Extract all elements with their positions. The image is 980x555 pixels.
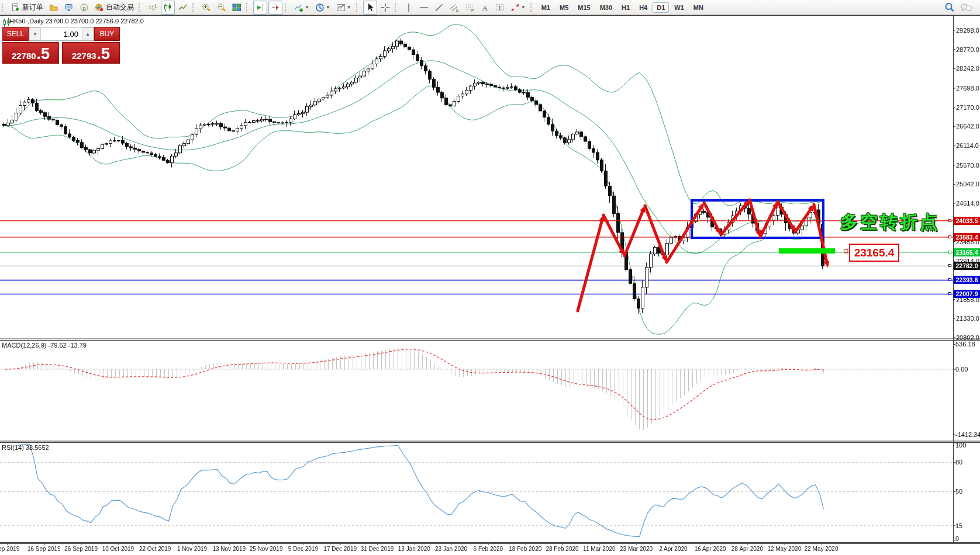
periods-button[interactable]: ▼ bbox=[313, 1, 333, 15]
date-axis-label: 31 Dec 2019 bbox=[361, 546, 394, 552]
toolbar-grip[interactable] bbox=[2, 3, 6, 12]
vertical-line-button[interactable] bbox=[402, 1, 416, 15]
toolbar-group bbox=[137, 0, 191, 15]
price-callout-label[interactable]: 23165.4 bbox=[849, 244, 899, 262]
price-axis-tick: 25042.0 bbox=[956, 181, 979, 188]
buy-button[interactable]: BUY bbox=[94, 27, 120, 41]
date-axis-label: 13 Jan 2020 bbox=[398, 546, 430, 552]
timeframe-button-mn[interactable]: MN bbox=[689, 2, 708, 13]
line-anchor-marker[interactable] bbox=[948, 292, 951, 295]
sell-price-frac: .5 bbox=[37, 46, 50, 62]
periods-dropdown-arrow-icon[interactable]: ▼ bbox=[326, 5, 330, 10]
zoom-out-button[interactable] bbox=[215, 1, 229, 15]
tile-windows-button[interactable] bbox=[230, 1, 244, 15]
buy-price-display[interactable]: 22793 .5 bbox=[62, 42, 120, 64]
volume-decrease-button[interactable]: ▼ bbox=[29, 27, 41, 40]
profiles-button[interactable] bbox=[47, 1, 61, 15]
timeframe-button-w1[interactable]: W1 bbox=[670, 2, 688, 13]
templates-button[interactable]: ▼ bbox=[334, 1, 354, 15]
cursor-button[interactable] bbox=[363, 1, 377, 15]
timeframe-button-m1[interactable]: M1 bbox=[537, 2, 554, 13]
price-axis-tick: 20802.0 bbox=[956, 334, 979, 341]
chart-shift-button[interactable] bbox=[268, 1, 282, 15]
arrows-dropdown-arrow-icon[interactable]: ▼ bbox=[521, 5, 526, 10]
new-order-icon bbox=[11, 3, 20, 12]
tile-windows-icon bbox=[232, 3, 241, 12]
auto-trading-button[interactable]: 自动交易 bbox=[92, 1, 136, 15]
timeframe-button-m15[interactable]: M15 bbox=[574, 2, 594, 13]
date-axis-label: 1 Nov 2019 bbox=[177, 546, 207, 552]
toolbar-right-icons bbox=[941, 0, 975, 15]
horizontal-line-button[interactable] bbox=[417, 1, 431, 15]
date-axis-label: 12 May 2020 bbox=[767, 546, 801, 552]
chat-button[interactable] bbox=[958, 1, 975, 15]
macd-axis-tick: 0.00 bbox=[955, 366, 968, 373]
svg-text:F: F bbox=[471, 8, 474, 12]
text-icon: A bbox=[480, 3, 489, 12]
main-toolbar: 新订单p自动交易▼▼▼EFAT▼M1M5M15M30H1H4D1W1MN bbox=[0, 0, 980, 15]
fibonacci-button[interactable]: F bbox=[463, 1, 477, 15]
timeframe-button-d1[interactable]: D1 bbox=[653, 2, 669, 13]
price-badge-23583.4: 23583.4 bbox=[954, 233, 980, 241]
indicators-button[interactable]: ▼ bbox=[292, 1, 312, 15]
rsi-axis-tick: 100 bbox=[955, 442, 966, 449]
timeframe-button-h1[interactable]: H1 bbox=[617, 2, 634, 13]
line-anchor-marker[interactable] bbox=[948, 235, 951, 238]
svg-text:p: p bbox=[83, 5, 86, 11]
horizontal-line-icon bbox=[419, 3, 429, 12]
candlestick-chart-button[interactable] bbox=[161, 1, 175, 15]
text-button[interactable]: A bbox=[478, 1, 492, 15]
price-badge-24033.5: 24033.5 bbox=[954, 217, 980, 225]
toolbar-grip[interactable] bbox=[285, 3, 289, 12]
arrows-button[interactable]: ▼ bbox=[508, 1, 528, 15]
crosshair-button[interactable] bbox=[378, 1, 392, 15]
svg-text:A: A bbox=[482, 4, 488, 12]
turning-point-annotation[interactable]: 多空转折点 bbox=[840, 210, 940, 234]
trendline-button[interactable] bbox=[432, 1, 446, 15]
bar-chart-button[interactable] bbox=[146, 1, 160, 15]
volume-increase-button[interactable]: ▲ bbox=[82, 27, 94, 40]
timeframe-button-m30[interactable]: M30 bbox=[596, 2, 616, 13]
volume-input[interactable] bbox=[41, 29, 82, 39]
vertical-line-icon bbox=[404, 3, 413, 12]
sell-price-display[interactable]: 22780 .5 bbox=[2, 42, 59, 64]
market-watch-button[interactable] bbox=[62, 1, 76, 15]
line-anchor-marker[interactable] bbox=[948, 251, 951, 254]
toolbar-group: EFAT▼ bbox=[393, 0, 529, 15]
indicators-dropdown-arrow-icon[interactable]: ▼ bbox=[305, 5, 309, 10]
equidistant-channel-button[interactable]: E bbox=[447, 1, 461, 15]
date-axis-label: 13 Nov 2019 bbox=[212, 546, 246, 552]
support-highlight-bar[interactable] bbox=[779, 248, 835, 254]
zoom-in-button[interactable] bbox=[199, 1, 213, 15]
chart-canvas[interactable] bbox=[0, 0, 980, 555]
auto-scroll-button[interactable] bbox=[253, 1, 267, 15]
new-order-button[interactable]: 新订单 bbox=[9, 1, 46, 15]
line-chart-icon bbox=[178, 3, 188, 12]
line-anchor-marker[interactable] bbox=[948, 278, 951, 281]
date-axis-label: 17 Dec 2019 bbox=[323, 546, 357, 552]
toolbar-grip[interactable] bbox=[139, 3, 143, 12]
line-anchor-marker[interactable] bbox=[948, 219, 951, 222]
macd-indicator-label: MACD(12,26,9) -79.52 -13.79 bbox=[2, 342, 87, 349]
toolbar-grip[interactable] bbox=[395, 3, 399, 12]
toolbar-grip[interactable] bbox=[192, 3, 196, 12]
date-axis-label: 11 Mar 2020 bbox=[583, 546, 615, 552]
date-axis-label: 2 Apr 2020 bbox=[659, 546, 687, 552]
sell-button[interactable]: SELL bbox=[2, 27, 29, 41]
data-window-button[interactable]: p bbox=[77, 1, 91, 15]
line-anchor-marker[interactable] bbox=[948, 264, 951, 267]
search-button[interactable] bbox=[942, 1, 957, 15]
date-axis-label: 26 Sep 2019 bbox=[64, 546, 98, 552]
timeframe-button-h4[interactable]: H4 bbox=[635, 2, 651, 13]
data-window-icon: p bbox=[80, 3, 89, 12]
text-label-button[interactable]: T bbox=[493, 1, 507, 15]
toolbar-grip[interactable] bbox=[246, 3, 250, 12]
toolbar-grip[interactable] bbox=[356, 3, 360, 12]
timeframe-button-m5[interactable]: M5 bbox=[555, 2, 572, 13]
templates-dropdown-arrow-icon[interactable]: ▼ bbox=[347, 5, 351, 10]
fibonacci-icon: F bbox=[465, 3, 474, 12]
toolbar-grip[interactable] bbox=[530, 3, 534, 12]
chart-shift-icon bbox=[271, 3, 280, 12]
line-chart-button[interactable] bbox=[176, 1, 190, 15]
price-axis-tick: 29298.0 bbox=[956, 27, 979, 34]
